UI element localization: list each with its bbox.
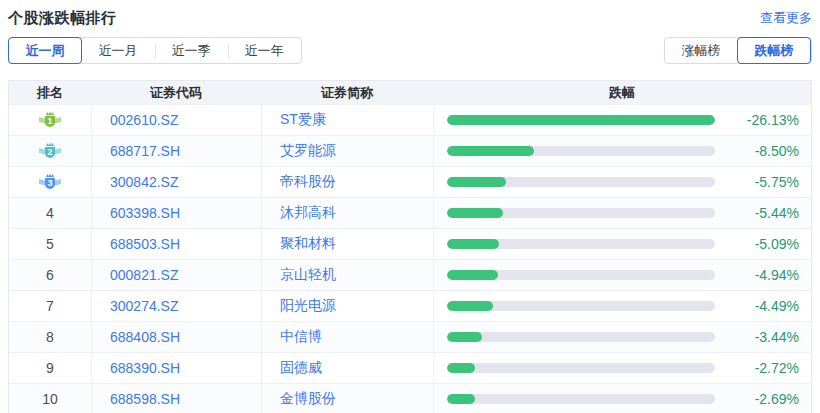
rank-cell: 1: [9, 110, 91, 131]
table-row: 8688408.SH中信博-3.44%: [9, 321, 811, 352]
change-cell: -3.44%: [433, 322, 811, 352]
svg-text:2: 2: [47, 147, 52, 157]
change-bar-track: [447, 301, 715, 311]
security-name[interactable]: 聚和材料: [261, 229, 433, 259]
security-code[interactable]: 002610.SZ: [91, 105, 261, 135]
security-name[interactable]: 金博股份: [261, 384, 433, 413]
rank-cell: 8: [9, 329, 91, 345]
change-cell: -8.50%: [433, 136, 811, 166]
change-cell: -4.49%: [433, 291, 811, 321]
column-header-change: 跌幅: [433, 81, 811, 104]
view-more-link[interactable]: 查看更多: [760, 9, 812, 27]
table-row: 2688717.SH艾罗能源-8.50%: [9, 135, 811, 166]
security-code[interactable]: 688390.SH: [91, 353, 261, 383]
change-percent: -3.44%: [737, 329, 799, 345]
change-percent: -5.44%: [737, 205, 799, 221]
change-bar-fill: [447, 208, 503, 218]
security-name[interactable]: 阳光电源: [261, 291, 433, 321]
change-percent: -2.72%: [737, 360, 799, 376]
change-bar-track: [447, 332, 715, 342]
security-code[interactable]: 688503.SH: [91, 229, 261, 259]
controls-row: 近一周近一月近一季近一年 涨幅榜跌幅榜: [8, 37, 812, 64]
period-tab-group: 近一周近一月近一季近一年: [8, 37, 302, 64]
tab-period-0[interactable]: 近一周: [8, 37, 82, 64]
tab-period-3[interactable]: 近一年: [227, 37, 301, 64]
change-bar-fill: [447, 332, 482, 342]
change-percent: -4.49%: [737, 298, 799, 314]
rank-cell: 7: [9, 298, 91, 314]
column-header-name: 证券简称: [261, 81, 433, 104]
change-bar-track: [447, 363, 715, 373]
change-percent: -26.13%: [737, 112, 799, 128]
rank-cell: 6: [9, 267, 91, 283]
widget-header: 个股涨跌幅排行 查看更多: [8, 8, 812, 28]
security-code[interactable]: 000821.SZ: [91, 260, 261, 290]
security-name[interactable]: ST爱康: [261, 105, 433, 135]
security-code[interactable]: 688598.SH: [91, 384, 261, 413]
security-code[interactable]: 300842.SZ: [91, 167, 261, 197]
change-bar-track: [447, 208, 715, 218]
change-bar-track: [447, 394, 715, 404]
security-name[interactable]: 京山轻机: [261, 260, 433, 290]
change-percent: -2.69%: [737, 391, 799, 407]
column-header-rank: 排名: [9, 81, 91, 104]
change-bar-track: [447, 270, 715, 280]
rank-cell: 2: [9, 141, 91, 162]
table-header-row: 排名 证券代码 证券简称 跌幅: [9, 81, 811, 104]
svg-text:1: 1: [47, 116, 52, 126]
change-percent: -4.94%: [737, 267, 799, 283]
svg-text:3: 3: [47, 178, 52, 188]
rank-cell: 5: [9, 236, 91, 252]
change-bar-fill: [447, 394, 475, 404]
rank-cell: 10: [9, 391, 91, 407]
security-code[interactable]: 300274.SZ: [91, 291, 261, 321]
security-code[interactable]: 688408.SH: [91, 322, 261, 352]
change-bar-fill: [447, 177, 506, 187]
security-name[interactable]: 固德威: [261, 353, 433, 383]
change-percent: -5.75%: [737, 174, 799, 190]
table-row: 5688503.SH聚和材料-5.09%: [9, 228, 811, 259]
rank-cell: 3: [9, 172, 91, 193]
toggle-rank-board-0[interactable]: 涨幅榜: [664, 37, 738, 64]
security-code[interactable]: 603398.SH: [91, 198, 261, 228]
change-bar-fill: [447, 363, 475, 373]
tab-period-2[interactable]: 近一季: [154, 37, 228, 64]
table-row: 10688598.SH金博股份-2.69%: [9, 383, 811, 413]
change-percent: -8.50%: [737, 143, 799, 159]
change-cell: -26.13%: [433, 105, 811, 135]
rank-cell: 4: [9, 205, 91, 221]
table-row: 4603398.SH沐邦高科-5.44%: [9, 197, 811, 228]
stock-rank-widget: 个股涨跌幅排行 查看更多 近一周近一月近一季近一年 涨幅榜跌幅榜 排名 证券代码…: [0, 0, 820, 413]
table-row: 1002610.SZST爱康-26.13%: [9, 104, 811, 135]
security-name[interactable]: 沐邦高科: [261, 198, 433, 228]
security-name[interactable]: 中信博: [261, 322, 433, 352]
change-bar-track: [447, 115, 715, 125]
toggle-rank-board-1[interactable]: 跌幅榜: [737, 37, 811, 64]
rank-medal-3-icon: 3: [38, 172, 62, 193]
security-name[interactable]: 艾罗能源: [261, 136, 433, 166]
rank-medal-2-icon: 2: [38, 141, 62, 162]
page-title: 个股涨跌幅排行: [8, 9, 117, 28]
column-header-code: 证券代码: [91, 81, 261, 104]
table-row: 6000821.SZ京山轻机-4.94%: [9, 259, 811, 290]
change-bar-fill: [447, 270, 498, 280]
change-bar-fill: [447, 115, 715, 125]
rank-medal-1-icon: 1: [38, 110, 62, 131]
change-bar-fill: [447, 301, 493, 311]
change-percent: -5.09%: [737, 236, 799, 252]
tab-period-1[interactable]: 近一月: [81, 37, 155, 64]
security-code[interactable]: 688717.SH: [91, 136, 261, 166]
security-name[interactable]: 帝科股份: [261, 167, 433, 197]
table-row: 9688390.SH固德威-2.72%: [9, 352, 811, 383]
change-bar-track: [447, 239, 715, 249]
change-bar-track: [447, 177, 715, 187]
change-cell: -5.75%: [433, 167, 811, 197]
change-cell: -4.94%: [433, 260, 811, 290]
change-cell: -2.72%: [433, 353, 811, 383]
change-bar-fill: [447, 239, 499, 249]
table-row: 7300274.SZ阳光电源-4.49%: [9, 290, 811, 321]
table-row: 3300842.SZ帝科股份-5.75%: [9, 166, 811, 197]
rank-cell: 9: [9, 360, 91, 376]
change-bar-track: [447, 146, 715, 156]
gain-loss-toggle-group: 涨幅榜跌幅榜: [664, 37, 812, 64]
